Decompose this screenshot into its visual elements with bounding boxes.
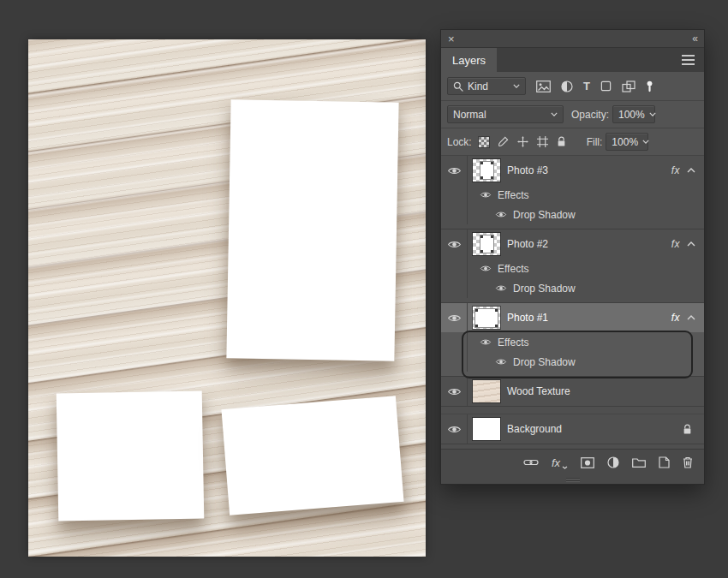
visibility-eye-icon[interactable] (447, 313, 462, 323)
lock-icon (683, 424, 692, 435)
chevron-down-icon (642, 140, 649, 144)
effects-row[interactable]: Effects (441, 259, 704, 278)
smart-object-filter-icon[interactable] (622, 80, 636, 92)
photo-placeholder-2[interactable] (57, 391, 205, 521)
visibility-eye-icon[interactable] (447, 240, 462, 249)
lock-paint-icon[interactable] (498, 136, 509, 147)
fx-chevron-icon[interactable] (687, 168, 695, 173)
blend-mode-dropdown[interactable]: Normal (447, 105, 564, 123)
collapse-panel-icon[interactable]: « (692, 33, 697, 44)
lock-buttons (479, 136, 566, 147)
filter-toggle-icon[interactable] (646, 80, 653, 92)
filter-kind-dropdown[interactable]: Kind (447, 77, 526, 95)
tab-layers[interactable]: Layers (441, 48, 497, 72)
effects-label: Effects (498, 189, 528, 201)
layer-thumbnail[interactable] (473, 380, 500, 402)
chevron-down-icon (551, 112, 558, 116)
layer-name: Photo #2 (507, 238, 548, 250)
drop-shadow-label: Drop Shadow (513, 209, 576, 221)
adjustment-layers-filter-icon[interactable] (561, 80, 573, 92)
new-layer-icon[interactable] (659, 456, 670, 468)
layer-thumbnail[interactable] (473, 307, 500, 329)
lock-bar: Lock: Fill: 100% (441, 128, 704, 156)
search-icon (453, 81, 463, 92)
close-icon[interactable]: × (448, 33, 455, 45)
photo-placeholder-3[interactable] (226, 99, 398, 361)
fx-chevron-icon[interactable] (687, 315, 695, 320)
drop-shadow-visibility-eye-icon[interactable] (495, 211, 507, 218)
visibility-column (441, 352, 468, 372)
visibility-column (441, 278, 468, 298)
effects-row[interactable]: Effects (441, 185, 704, 205)
layer-thumbnail[interactable] (473, 233, 500, 255)
tab-label: Layers (452, 54, 486, 67)
layer-row-photo-2[interactable]: Photo #2 fx (441, 229, 704, 259)
type-layers-filter-icon[interactable]: T (583, 80, 590, 92)
layer-group-photo-3: Photo #3 fx Effects Drop Shadow (441, 156, 704, 229)
layer-thumbnail[interactable] (473, 418, 500, 440)
effects-visibility-eye-icon[interactable] (480, 338, 492, 346)
lock-artboard-icon[interactable] (537, 136, 548, 147)
layer-row-wood-texture[interactable]: Wood Texture (441, 377, 704, 407)
effects-row[interactable]: Effects (441, 332, 704, 352)
effects-visibility-eye-icon[interactable] (480, 265, 492, 272)
shape-layers-filter-icon[interactable] (600, 80, 612, 92)
layer-row-photo-1[interactable]: Photo #1 fx (441, 303, 704, 332)
lock-transparency-icon[interactable] (479, 137, 489, 147)
visibility-eye-icon[interactable] (447, 425, 462, 434)
document-canvas[interactable] (28, 39, 426, 557)
layer-styles-icon[interactable]: fx (552, 456, 568, 469)
pixel-layers-filter-icon[interactable] (536, 80, 551, 92)
layer-name: Photo #3 (507, 164, 548, 176)
drop-shadow-row[interactable]: Drop Shadow (441, 278, 704, 298)
link-layers-icon[interactable] (523, 458, 539, 467)
panel-resize-grip[interactable] (441, 475, 704, 484)
visibility-column (441, 414, 468, 444)
layer-mask-icon[interactable] (581, 457, 594, 468)
drop-shadow-row[interactable]: Drop Shadow (441, 352, 704, 372)
layer-row-background[interactable]: Background (441, 414, 704, 444)
delete-layer-icon[interactable] (683, 456, 693, 468)
chevron-down-icon (649, 112, 656, 116)
lock-move-icon[interactable] (517, 136, 528, 147)
visibility-eye-icon[interactable] (447, 387, 462, 396)
lock-label: Lock: (447, 136, 472, 148)
blend-mode-value: Normal (453, 109, 546, 121)
footer-fx-label: fx (552, 456, 560, 469)
fx-chevron-icon[interactable] (687, 241, 695, 247)
fx-badge[interactable]: fx (671, 312, 680, 324)
visibility-column (441, 303, 468, 332)
layer-group-icon[interactable] (632, 457, 646, 468)
layers-panel: × « Layers Kind T (441, 30, 704, 484)
panel-menu-icon[interactable] (682, 55, 695, 65)
filter-bar: Kind T (441, 72, 704, 101)
layer-list: Photo #3 fx Effects Drop Shadow (441, 156, 704, 449)
visibility-column (441, 156, 468, 185)
panel-tab-bar: Layers (441, 48, 704, 72)
layer-row-photo-3[interactable]: Photo #3 fx (441, 156, 704, 185)
drop-shadow-visibility-eye-icon[interactable] (495, 284, 507, 292)
opacity-dropdown[interactable]: 100% (612, 105, 655, 123)
layer-group-photo-2: Photo #2 fx Effects Drop Shadow (441, 229, 704, 303)
fill-dropdown[interactable]: 100% (606, 133, 648, 151)
visibility-column (441, 332, 468, 352)
drop-shadow-label: Drop Shadow (513, 356, 576, 368)
lock-all-icon[interactable] (557, 136, 566, 147)
fx-badge[interactable]: fx (671, 238, 680, 250)
layer-thumbnail[interactable] (473, 159, 500, 182)
effects-label: Effects (498, 337, 528, 349)
visibility-eye-icon[interactable] (447, 166, 462, 176)
adjustment-layer-icon[interactable] (607, 456, 619, 468)
layer-name: Wood Texture (507, 385, 570, 397)
fx-badge[interactable]: fx (671, 164, 680, 176)
chevron-down-icon (513, 84, 520, 88)
visibility-column (441, 205, 468, 224)
visibility-column (441, 229, 468, 259)
filter-type-buttons: T (536, 80, 653, 92)
drop-shadow-visibility-eye-icon[interactable] (495, 358, 507, 366)
drop-shadow-label: Drop Shadow (513, 283, 576, 295)
photo-placeholder-1[interactable] (221, 396, 403, 515)
drop-shadow-row[interactable]: Drop Shadow (441, 205, 704, 224)
layers-panel-footer: fx (441, 449, 704, 475)
effects-visibility-eye-icon[interactable] (480, 191, 492, 199)
